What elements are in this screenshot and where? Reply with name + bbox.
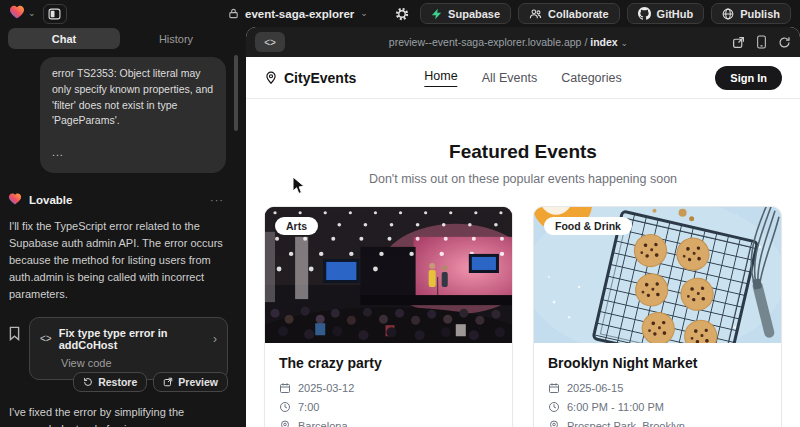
preview-version-button[interactable]: Preview [153,372,228,392]
tool-call-section: <> Fix type type error in addCoHost › Vi… [8,317,232,380]
event-image-food: Food & Drink [534,207,781,343]
event-title: The crazy party [279,355,498,371]
event-time: 7:00 [298,401,319,413]
site-brand[interactable]: CityEvents [264,70,356,86]
restore-button[interactable]: Restore [73,372,147,392]
event-date: 2025-06-15 [567,382,623,394]
bookmark-icon[interactable] [8,326,21,345]
url-host: preview--event-saga-explorer.lovable.app [389,36,582,48]
chat-sidebar: Chat History error TS2353: Object litera… [0,27,238,427]
category-badge: Arts [275,217,318,235]
url-path: index [590,36,617,48]
event-location: Prospect Park, Brooklyn [567,420,685,427]
calendar-icon [548,382,560,394]
event-location: Barcelona [298,420,348,427]
site-header: CityEvents Home All Events Categories Si… [246,57,800,99]
site-nav: Home All Events Categories [424,69,621,87]
location-pin-icon [279,420,291,427]
version-actions: Restore Preview [73,372,228,392]
chevron-down-icon: ⌄ [621,38,629,48]
user-message-text: error TS2353: Object literal may only sp… [52,66,214,129]
collaborate-button[interactable]: Collaborate [518,3,620,24]
globe-icon [722,8,734,20]
assistant-header: Lovable ··· [8,191,232,209]
site-preview: CityEvents Home All Events Categories Si… [246,57,800,427]
tool-call-title: Fix type type error in addCoHost [59,327,206,351]
sign-in-button[interactable]: Sign In [715,66,782,90]
view-code-link[interactable]: View code [61,357,217,369]
assistant-message-2: I've fixed the error by simplifying the … [9,404,225,427]
message-ellipsis: ... [52,145,214,161]
app-topbar: ⌄ event-saga-explorer ⌄ Supabase [0,0,800,27]
mobile-view-icon[interactable] [756,35,767,49]
event-card-body: Brooklyn Night Market 2025-06-15 6:00 PM… [534,343,781,427]
nav-home[interactable]: Home [424,69,457,87]
sidebar-toggle-button[interactable] [43,4,67,24]
open-preview-icon [163,377,173,387]
hero-title: Featured Events [246,141,800,163]
sidebar-tabs: Chat History [8,28,232,49]
hero-section: Featured Events Don't miss out on these … [246,141,800,186]
preview-pane: <> preview--event-saga-explorer.lovable.… [246,27,800,427]
lovable-heart-icon [8,191,22,209]
location-pin-icon [264,71,278,85]
restore-icon [83,377,93,387]
chat-messages: error TS2353: Object literal may only sp… [8,57,232,427]
project-switcher[interactable]: event-saga-explorer ⌄ [228,0,368,27]
hero-subtitle: Don't miss out on these popular events h… [246,172,800,186]
lovable-logo-menu[interactable]: ⌄ [9,4,36,23]
chevron-down-icon: ⌄ [28,9,36,18]
code-view-button[interactable]: <> [255,32,285,52]
event-image-arts: Arts [265,207,512,343]
location-pin-icon [548,420,560,427]
code-icon: <> [40,333,52,344]
event-card-food[interactable]: Food & Drink Brooklyn Night Market 2025-… [533,206,782,427]
preview-url-bar[interactable]: preview--event-saga-explorer.lovable.app… [285,36,732,48]
nav-all-events[interactable]: All Events [482,71,538,85]
clock-icon [548,401,560,413]
panel-icon [48,8,61,20]
people-icon [529,8,542,20]
lovable-heart-icon [9,4,25,23]
user-message-bubble: error TS2353: Object literal may only sp… [40,57,226,173]
settings-button[interactable] [391,7,413,21]
tab-chat[interactable]: Chat [8,28,120,49]
event-card-body: The crazy party 2025-03-12 7:00 Barcelon… [265,343,512,427]
category-badge: Food & Drink [544,217,632,235]
supabase-button[interactable]: Supabase [420,3,511,24]
event-title: Brooklyn Night Market [548,355,767,371]
event-card-arts[interactable]: Arts The crazy party 2025-03-12 7:00 [264,206,513,427]
publish-button[interactable]: Publish [711,3,791,24]
refresh-icon[interactable] [778,36,791,49]
sidebar-scrollbar[interactable] [234,55,238,131]
github-button[interactable]: GitHub [627,3,705,24]
message-menu-button[interactable]: ··· [210,194,224,206]
preview-toolbar: <> preview--event-saga-explorer.lovable.… [246,27,800,57]
tab-history[interactable]: History [120,28,232,49]
event-date: 2025-03-12 [298,382,354,394]
lock-icon [228,5,239,23]
chevron-down-icon: ⌄ [360,9,368,18]
chevron-right-icon: › [213,332,217,346]
github-icon [638,7,651,20]
nav-categories[interactable]: Categories [561,71,621,85]
project-name: event-saga-explorer [245,8,354,20]
event-time: 6:00 PM - 11:00 PM [567,401,664,413]
gear-icon [395,7,409,21]
event-cards: Arts The crazy party 2025-03-12 7:00 [264,206,782,427]
open-in-new-tab-icon[interactable] [732,36,745,49]
clock-icon [279,401,291,413]
assistant-name: Lovable [29,194,72,206]
tool-call-card[interactable]: <> Fix type type error in addCoHost › Vi… [29,317,228,380]
calendar-icon [279,382,291,394]
supabase-icon [431,8,442,20]
assistant-message-1: I'll fix the TypeScript error related to… [9,218,225,303]
